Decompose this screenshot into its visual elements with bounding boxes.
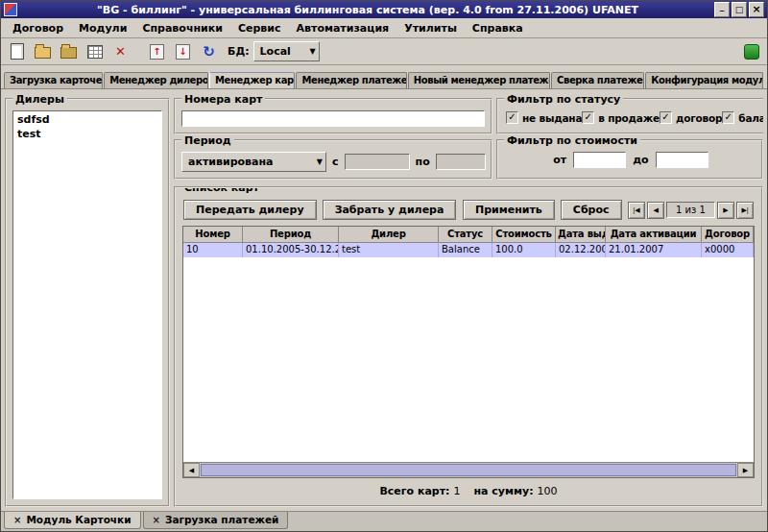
period-from-input [345,154,410,170]
checkbox-on-sale[interactable]: в продаже [582,111,660,124]
total-cards-label: Всего карт: [379,485,449,497]
column-header-activation-date[interactable]: Дата активации [606,227,702,243]
folder-glyph [60,47,77,59]
dealers-panel: Дилеры sdfsd test [5,98,170,507]
column-header-status[interactable]: Статус [439,227,492,243]
menu-spravka[interactable]: Справка [465,20,531,36]
window-title: "BG - биллинг" - универсальная биллингов… [21,4,714,16]
column-header-cost[interactable]: Стоимость [492,227,556,243]
toolbar-separator [135,43,142,60]
new-document-icon[interactable] [6,40,28,62]
minimize-button[interactable] [714,2,730,17]
page-indicator: 1 из 1 [666,202,715,218]
table-glyph [87,45,103,59]
close-tab-icon[interactable] [13,515,21,525]
maximize-button[interactable] [732,2,747,17]
minimize-icon [720,6,725,14]
tab-card-manager[interactable]: Менеджер карт [209,72,295,89]
tab-card-upload[interactable]: Загрузка карточек [4,72,103,88]
cost-filter-group: Фильтр по стоимости от до [496,139,763,180]
cost-to-input[interactable] [656,152,708,168]
open-folder-icon[interactable] [32,40,54,62]
menu-moduli[interactable]: Модули [71,20,134,36]
list-item[interactable]: test [14,127,160,141]
checkbox-label: не выдана [522,112,582,124]
list-item[interactable]: sdfsd [14,112,160,127]
reset-button[interactable]: Сброс [561,200,622,220]
tab-payment-reconciliation[interactable]: Сверка платежей [551,72,644,88]
cost-from-input[interactable] [573,152,626,168]
connection-icon[interactable] [740,40,762,62]
close-tab-icon[interactable] [153,515,160,525]
period-title: Период [181,134,234,147]
folder-icon[interactable] [58,40,80,62]
column-header-number[interactable]: Номер [183,227,243,243]
prev-page-button[interactable] [647,202,664,219]
first-page-button[interactable] [628,202,645,219]
status-options: не выдана в продаже договор баланс [504,110,763,125]
chevron-down-icon [302,47,315,56]
cell-status: Balance [439,243,492,257]
tab-module-config[interactable]: Конфигурация модуля [645,72,763,88]
menu-spravochniki[interactable]: Справочники [134,20,230,36]
last-page-button[interactable] [736,202,754,219]
cost-from-label: от [553,154,566,166]
column-header-period[interactable]: Период [243,227,339,243]
card-numbers-input[interactable] [181,110,485,127]
tab-new-payment-manager[interactable]: Новый менеджер платежей [408,72,550,88]
column-header-contract[interactable]: Договор [702,227,754,243]
menu-utility[interactable]: Утилиты [396,20,465,36]
document-glyph [11,43,24,60]
import-sheet-icon[interactable] [172,40,194,62]
export-sheet-icon[interactable] [146,40,168,62]
status-filter-group: Фильтр по статусу не выдана в продаже [496,98,763,134]
app-window: "BG - биллинг" - универсальная биллингов… [0,0,768,532]
close-button[interactable] [749,2,764,17]
prev-page-icon [653,206,658,214]
next-page-button[interactable] [717,202,734,219]
filter-row-2: Период активирована с по Фильтр по стоим… [174,134,763,180]
checkbox-contract[interactable]: договор [660,111,722,124]
total-sum-label: на сумму: [473,485,533,497]
tab-payment-manager[interactable]: Менеджер платежей [296,72,406,88]
transfer-to-dealer-button[interactable]: Передать дилеру [183,200,317,220]
period-selected-value: активирована [188,156,273,168]
filter-row-1: Номера карт Фильтр по статусу не выдана … [174,93,763,134]
card-list-title: Список карт [181,186,262,194]
titlebar[interactable]: "BG - биллинг" - универсальная биллингов… [1,1,767,18]
period-select[interactable]: активирована [181,152,326,172]
bottom-tab-module-cards[interactable]: Модуль Карточки [4,512,141,529]
cell-issue-date: 02.12.2006 [556,243,606,257]
x-glyph [115,44,126,59]
checkbox-not-issued[interactable]: не выдана [506,111,582,124]
app-icon [4,3,17,16]
menu-avtomatizaciya[interactable]: Автоматизация [289,20,397,36]
scrollbar-thumb[interactable] [201,464,736,476]
sheet-down-glyph [176,44,190,60]
take-from-dealer-button[interactable]: Забрать у дилера [323,200,457,220]
total-cards-value: 1 [453,485,460,497]
cards-manager-panel: Номера карт Фильтр по статусу не выдана … [174,93,763,507]
scroll-right-button[interactable] [737,463,754,477]
column-header-dealer[interactable]: Дилер [339,227,439,243]
apply-button[interactable]: Применить [463,200,555,220]
cell-number: 10 [183,243,243,257]
dealers-list[interactable]: sdfsd test [12,110,162,499]
scroll-left-button[interactable] [183,463,200,477]
toolbar: БД: Local [1,38,767,65]
checkbox-label: баланс [738,112,763,124]
bottom-tab-payments-upload[interactable]: Загрузка платежей [143,512,289,529]
table-icon[interactable] [84,40,106,62]
refresh-icon[interactable] [198,40,220,62]
db-select[interactable]: Local [253,41,320,61]
menu-dogovor[interactable]: Договор [5,20,71,36]
table-row[interactable]: 10 01.10.2005-30.12.2007 test Balance 10… [183,243,754,257]
menu-servis[interactable]: Сервис [230,20,289,36]
column-header-issue-date[interactable]: Дата выдачи [556,227,606,243]
bottom-tab-label: Загрузка платежей [165,514,279,525]
folder-glyph [35,47,51,59]
scrollbar-track[interactable] [200,463,737,477]
tab-dealer-manager[interactable]: Менеджер дилеров [104,72,208,88]
checkbox-balance[interactable]: баланс [722,111,763,124]
delete-icon[interactable] [109,40,132,62]
